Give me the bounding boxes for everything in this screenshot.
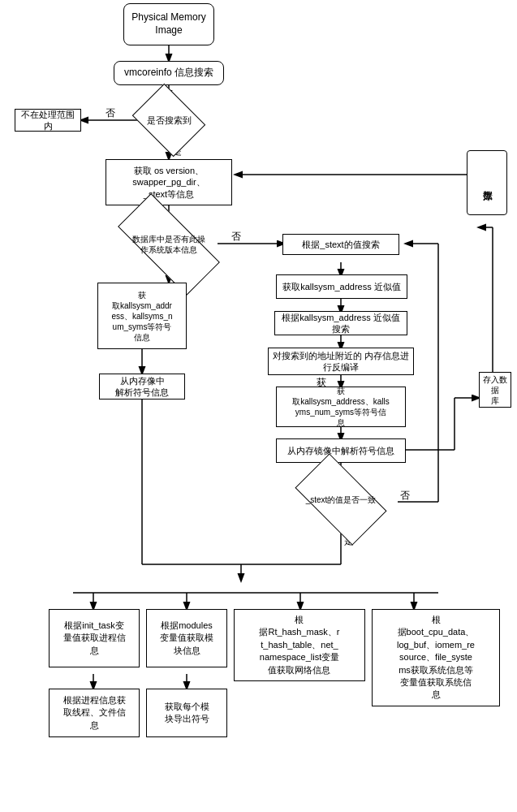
bottom-row1-col4: 根 据boot_cpu_data、 log_buf、iomem_re sourc… [372, 609, 500, 706]
parse-from-image1-node: 从内存像中 解析符号信息 [99, 374, 185, 400]
search-by-stext-node: 根据_stext的值搜索 [282, 234, 399, 255]
found-decision-node: 是否搜索到 [132, 84, 206, 158]
get-os-info-node: 获取 os version、 swapper_pg_dir、 _stext等信息 [106, 159, 232, 205]
not-in-scope-node: 不在处理范围内 [15, 109, 81, 132]
bottom-row1-col3: 根 据Rt_hash_mask、r t_hash_table、net_ name… [234, 609, 365, 681]
get-kallsyms-no-node: 获 取kallsysm_address、kalls yms_num_syms等符… [276, 387, 406, 427]
get-kallsyms-yes-node: 获 取kallsysm_addr ess、kallsyms_n um_syms等… [97, 283, 187, 349]
diagram-container: 否 是 是 否 获 否 是 [0, 0, 517, 812]
bottom-row1-col2: 根据modules 变量值获取模 块信息 [146, 609, 227, 667]
database-node: 数据库 [467, 150, 507, 215]
stext-match-node: _stext的值是否一致 [295, 453, 386, 545]
search-by-approx-node: 根据kallsysm_address 近似值搜索 [274, 311, 407, 335]
bottom-row1-col1: 根据init_task变 量值获取进程信 息 [49, 609, 140, 667]
svg-text:否: 否 [400, 490, 410, 501]
db-has-info-node: 数据库中是否有此操 作系统版本信息 [118, 193, 220, 296]
bottom-row2-col2: 获取每个模 块导出符号 [146, 689, 227, 737]
vmcoreinfo-node: vmcoreinfo 信息搜索 [114, 61, 224, 85]
svg-text:否: 否 [106, 107, 115, 119]
parse-from-image2-node: 从内存镜像中解析符号信息 [276, 438, 406, 463]
get-approx-node: 获取kallsysm_address 近似值 [276, 274, 407, 299]
bottom-row2-col1: 根据进程信息获 取线程、文件信 息 [49, 689, 140, 737]
decompile-node: 对搜索到的地址附近的 内存信息进行反编译 [268, 348, 414, 375]
save-to-db-node: 存入数据 库 [479, 372, 511, 408]
svg-text:否: 否 [231, 231, 241, 242]
memory-image-node: Physical Memory Image [123, 3, 214, 45]
